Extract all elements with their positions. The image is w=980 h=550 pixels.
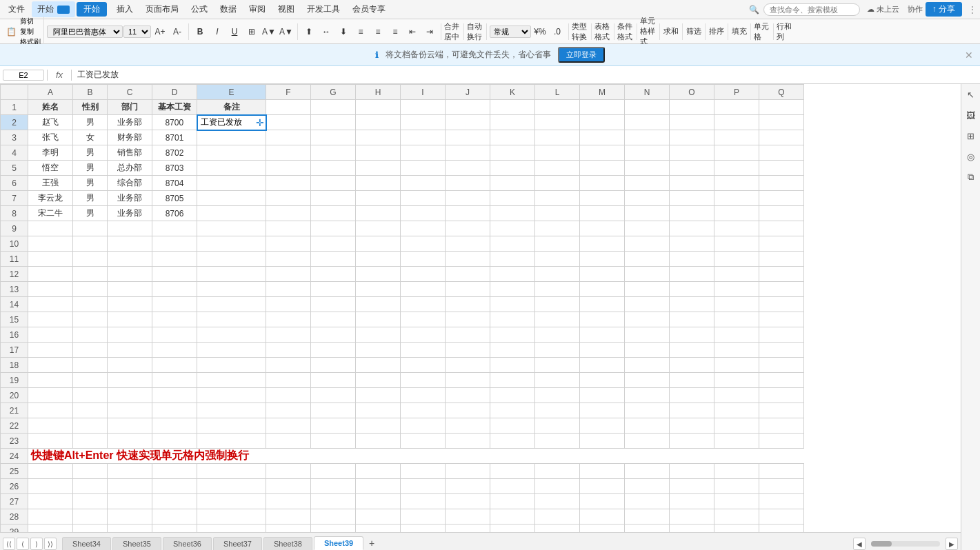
tab-sheet35[interactable]: Sheet35 — [112, 537, 161, 550]
sum-btn[interactable]: 求和 — [663, 23, 679, 40]
border-btn[interactable]: ⊞ — [243, 23, 260, 40]
cell-L4[interactable] — [535, 145, 580, 161]
cell-D4[interactable]: 8702 — [152, 145, 197, 161]
merge-btn[interactable]: 合并居中 — [444, 23, 461, 40]
cell-B6[interactable]: 男 — [73, 176, 108, 191]
cell-J3[interactable] — [446, 130, 490, 145]
col-header-H[interactable]: H — [356, 85, 401, 100]
col-header-D[interactable]: D — [152, 85, 197, 100]
cell-A8[interactable]: 宋二牛 — [28, 206, 73, 221]
cell-B8[interactable]: 男 — [73, 206, 108, 221]
underline-btn[interactable]: U — [226, 23, 243, 40]
col-header-I[interactable]: I — [401, 85, 446, 100]
cell-N4[interactable] — [625, 145, 670, 161]
cell-G2[interactable] — [311, 115, 356, 130]
menu-insert[interactable]: 插入 — [111, 1, 139, 17]
cell-A1[interactable]: 姓名 — [28, 100, 73, 115]
menu-file[interactable]: 文件 — [3, 1, 30, 17]
cell-B1[interactable]: 性别 — [73, 100, 108, 115]
cell-E3[interactable] — [197, 130, 266, 145]
cell-P4[interactable] — [714, 145, 759, 161]
cell-M3[interactable] — [580, 130, 625, 145]
table-style-btn[interactable]: 表格格式 — [594, 23, 611, 40]
cell-I1[interactable] — [401, 100, 446, 115]
cell-L5[interactable] — [535, 161, 580, 176]
col-header-K[interactable]: K — [490, 85, 535, 100]
cell-P3[interactable] — [714, 130, 759, 145]
cell-G3[interactable] — [311, 130, 356, 145]
layers-icon[interactable]: ⧉ — [963, 170, 979, 185]
cell-M2[interactable] — [580, 115, 625, 130]
cell-F4[interactable] — [266, 145, 311, 161]
filter-btn[interactable]: 筛选 — [686, 23, 702, 40]
align-middle-btn[interactable]: ↔ — [318, 23, 334, 40]
cell-L7[interactable] — [535, 191, 580, 206]
sheet-nav-prev[interactable]: ⟨ — [17, 538, 29, 550]
cell-B4[interactable]: 男 — [73, 145, 108, 161]
target-icon[interactable]: ◎ — [963, 149, 979, 164]
menu-data[interactable]: 数据 — [214, 1, 242, 17]
cell-J7[interactable] — [446, 191, 490, 206]
cell-A4[interactable]: 李明 — [28, 145, 73, 161]
cell-C4[interactable]: 销售部 — [108, 145, 152, 161]
cell-O7[interactable] — [670, 191, 714, 206]
percent-btn[interactable]: ¥% — [532, 23, 548, 40]
cell-J1[interactable] — [446, 100, 490, 115]
cell-K7[interactable] — [490, 191, 535, 206]
col-header-E[interactable]: E — [197, 85, 266, 100]
cell-E8[interactable] — [197, 206, 266, 221]
cell-H4[interactable] — [356, 145, 401, 161]
cell-J6[interactable] — [446, 176, 490, 191]
cell-J8[interactable] — [446, 206, 490, 221]
cell-Q8[interactable] — [759, 206, 804, 221]
align-top-btn[interactable]: ⬆ — [301, 23, 317, 40]
cell-E2-active[interactable]: 工资已发放 ✛ — [197, 115, 266, 130]
col-header-P[interactable]: P — [714, 85, 759, 100]
cell-D8[interactable]: 8706 — [152, 206, 197, 221]
cell-N1[interactable] — [625, 100, 670, 115]
scroll-right-btn[interactable]: ▶ — [946, 538, 958, 550]
cell-H1[interactable] — [356, 100, 401, 115]
format-selector[interactable]: 常规 — [490, 26, 531, 38]
grid-icon[interactable]: ⊞ — [963, 128, 979, 143]
cell-M4[interactable] — [580, 145, 625, 161]
cell-G5[interactable] — [311, 161, 356, 176]
notify-login-btn[interactable]: 立即登录 — [558, 47, 605, 63]
cell-A7[interactable]: 李云龙 — [28, 191, 73, 206]
cell-M7[interactable] — [580, 191, 625, 206]
cell-P1[interactable] — [714, 100, 759, 115]
cell-F8[interactable] — [266, 206, 311, 221]
paste-btn[interactable]: 📋 — [3, 23, 19, 40]
cell-I5[interactable] — [401, 161, 446, 176]
cell-E4[interactable] — [197, 145, 266, 161]
menu-page-layout[interactable]: 页面布局 — [140, 1, 184, 17]
cell-L6[interactable] — [535, 176, 580, 191]
cell-K4[interactable] — [490, 145, 535, 161]
menu-formula[interactable]: 公式 — [186, 1, 213, 17]
tab-sheet38[interactable]: Sheet38 — [263, 537, 312, 550]
tab-sheet36[interactable]: Sheet36 — [163, 537, 212, 550]
collaborate-btn[interactable]: 协作 — [908, 4, 923, 14]
cell-O8[interactable] — [670, 206, 714, 221]
cell-G8[interactable] — [311, 206, 356, 221]
scroll-left-btn[interactable]: ◀ — [853, 538, 866, 550]
cell-ref-input[interactable] — [3, 70, 44, 81]
cell-G1[interactable] — [311, 100, 356, 115]
cell-F6[interactable] — [266, 176, 311, 191]
cell-D7[interactable]: 8705 — [152, 191, 197, 206]
cell-I6[interactable] — [401, 176, 446, 191]
cell-F1[interactable] — [266, 100, 311, 115]
cell-N3[interactable] — [625, 130, 670, 145]
cell-C7[interactable]: 业务部 — [108, 191, 152, 206]
menu-developer[interactable]: 开发工具 — [301, 1, 346, 17]
cell-K3[interactable] — [490, 130, 535, 145]
italic-btn[interactable]: I — [209, 23, 226, 40]
cell-F3[interactable] — [266, 130, 311, 145]
tab-sheet37[interactable]: Sheet37 — [213, 537, 262, 550]
more-menu-icon[interactable]: ⋮ — [968, 4, 977, 15]
cell-I3[interactable] — [401, 130, 446, 145]
cell-D5[interactable]: 8703 — [152, 161, 197, 176]
cell-M6[interactable] — [580, 176, 625, 191]
cell-style-btn[interactable]: 单元格样式 — [640, 23, 657, 40]
cell-B2[interactable]: 男 — [73, 115, 108, 130]
